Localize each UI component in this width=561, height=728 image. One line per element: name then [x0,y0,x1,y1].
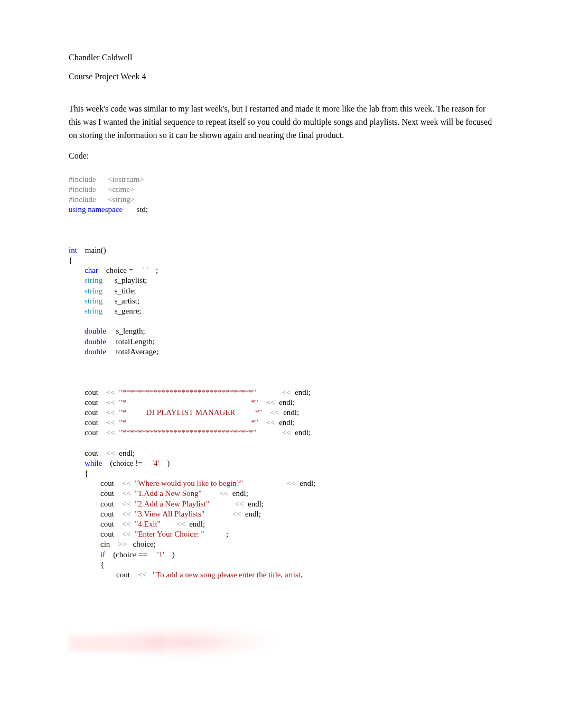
cin: cin [100,540,110,548]
endl: endl; [300,479,315,487]
stars: "*********************************" [119,428,256,437]
var: s_length; [116,327,145,335]
author-name: Chandler Caldwell [69,53,492,62]
star: *" [251,398,258,407]
code-block: #include <iostream> #include <ctime> #in… [69,164,492,580]
star: "* [119,398,126,407]
star: "* [119,408,126,417]
cond: ) [172,550,175,559]
using-val: std; [136,205,148,214]
op: << [138,570,147,579]
op: << [282,428,291,437]
string-kw: string [85,276,102,284]
char-decl: choice = [106,266,135,274]
cout: cout [85,428,98,437]
op: << [232,510,241,518]
var: totalLength; [116,337,155,346]
double-kw: double [85,327,106,335]
op: << [122,500,131,508]
if-kw: if [100,550,105,559]
double-kw: double [85,337,106,346]
op: << [106,398,115,407]
cout: cout [85,418,98,427]
var: totalAverage; [116,347,159,356]
include-lib: <string> [108,195,135,204]
cout: cout [100,530,114,538]
double-kw: double [85,347,106,356]
cond: (choice == [113,550,149,559]
op: << [106,388,115,397]
endl: endl; [119,449,135,457]
brace: { [85,469,88,477]
var: s_artist; [115,297,140,305]
cond: (choice != [110,459,144,467]
endl: endl; [295,428,311,437]
endl: endl; [295,388,311,397]
using-kw: using namespace [69,205,123,214]
cout: cout [100,520,114,528]
include-lib: <ctime> [108,185,134,193]
include-lib: <iostream> [108,175,144,183]
op: << [106,449,115,457]
op: << [122,479,131,487]
op: << [287,479,296,487]
blur-overlay [85,625,285,659]
opt: "4.Exit" [135,520,161,528]
op: << [282,388,291,397]
op: << [176,520,185,528]
cout: cout [100,500,114,508]
lit: '1' [157,550,164,559]
op: << [270,408,279,417]
op: << [266,418,275,427]
semi: ; [226,530,228,538]
endl: endl; [189,520,205,528]
cin-var: choice; [133,540,156,548]
cout: cout [100,479,114,487]
string-kw: string [85,297,102,305]
stars: "*********************************" [119,388,256,397]
op: << [122,530,131,538]
endl: endl; [283,408,299,417]
cout: cout [100,489,114,497]
op: << [266,398,275,407]
endl: endl; [279,398,295,407]
star: *" [251,418,258,427]
cout: cout [100,510,114,518]
include-kw: #include [69,175,96,183]
char-lit: ' ' [143,266,148,274]
op: << [106,418,115,427]
star: "* [119,418,126,427]
doc-title: Course Project Week 4 [69,72,492,81]
var: s_title; [115,287,136,295]
cout: cout [85,408,98,417]
op: << [106,408,115,417]
semi: ; [156,266,158,274]
brace: { [100,560,104,569]
opt: "2.Add a New Playlist" [135,500,209,508]
cin-op: >> [118,540,127,548]
string-kw: string [85,287,102,295]
enter: "Enter Your Choice: " [135,530,204,538]
op: << [219,489,228,497]
main-name: main() [85,246,106,254]
cout: cout [85,388,98,397]
string-kw: string [85,307,102,315]
cout: cout [85,449,98,457]
intro-paragraph: This week's code was similar to my last … [69,103,492,142]
op: << [106,428,115,437]
endl: endl; [245,510,261,518]
lit: '4' [152,459,159,467]
endl: endl; [248,500,264,508]
op: << [122,510,131,518]
op: << [122,520,131,528]
int-kw: int [69,246,77,254]
var: s_genre; [115,307,142,315]
op: << [122,489,131,497]
cond: ) [167,459,170,467]
var: s_playlist; [115,276,147,284]
dj-title: DJ PLAYLIST MANAGER [126,408,255,417]
include-kw: #include [69,195,96,204]
opt: "1.Add a New Song" [135,489,201,497]
cout: cout [85,398,98,407]
op: << [235,500,244,508]
